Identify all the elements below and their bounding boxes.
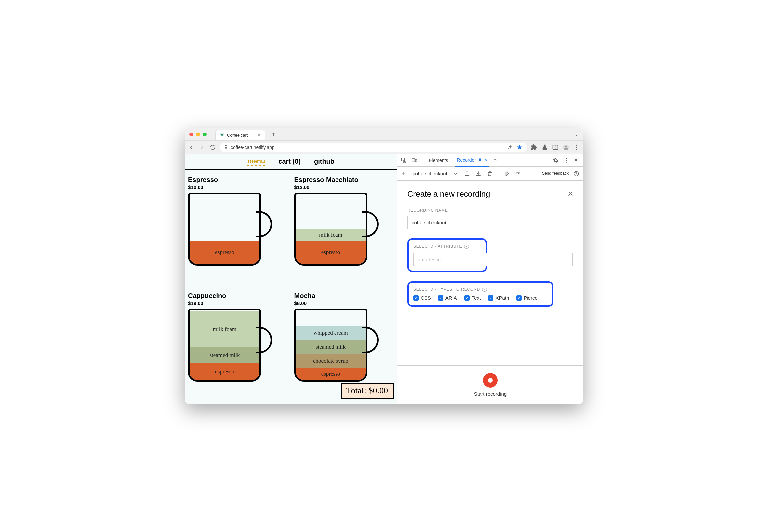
titlebar: Coffee cart ✕ + ⌄ <box>185 128 583 141</box>
checkbox-aria[interactable]: ✓ARIA <box>438 295 457 301</box>
item-price: $19.00 <box>188 300 288 306</box>
menu-grid: Espresso$10.00espressoEspresso Macchiato… <box>185 170 397 404</box>
item-name: Cappuccino <box>188 292 288 300</box>
chevron-down-icon[interactable] <box>453 171 459 177</box>
close-tab-icon[interactable]: ✕ <box>257 133 261 138</box>
menu-icon[interactable] <box>573 144 580 151</box>
cup-layer: espresso <box>190 241 259 264</box>
extensions-icon[interactable] <box>531 144 537 151</box>
cup-layer: chocolate syrup <box>296 354 366 368</box>
svg-rect-7 <box>412 158 415 162</box>
coffee-cup[interactable]: espresso <box>188 193 271 266</box>
browser-tab[interactable]: Coffee cart ✕ <box>215 130 265 140</box>
coffee-cup[interactable]: espressochocolate syrupsteamed milkwhipp… <box>294 309 377 382</box>
nav-github[interactable]: github <box>314 158 334 165</box>
checkbox-text[interactable]: ✓Text <box>464 295 481 301</box>
item-name: Espresso <box>188 176 288 184</box>
nav-menu[interactable]: menu <box>247 157 265 166</box>
inspect-icon[interactable] <box>401 157 407 163</box>
coffee-cup[interactable]: espressosteamed milkmilk foam <box>188 309 271 382</box>
speed-icon[interactable] <box>515 171 521 177</box>
url-text: coffee-cart.netlify.app <box>231 145 275 150</box>
cup-layer: steamed milk <box>190 347 259 363</box>
recorder-toolbar: + coffee checkout Send feedback <box>397 167 583 181</box>
tabs-chevron-icon[interactable]: ⌄ <box>575 132 579 137</box>
tab-title: Coffee cart <box>227 133 248 138</box>
start-recording-label: Start recording <box>474 391 507 397</box>
export-icon[interactable] <box>464 171 470 177</box>
flask-icon <box>478 157 482 163</box>
svg-point-10 <box>566 160 567 161</box>
recording-name-label: RECORDING NAME <box>407 208 573 213</box>
reload-button[interactable] <box>209 144 216 151</box>
menu-item[interactable]: Cappuccino$19.00espressosteamed milkmilk… <box>188 292 288 398</box>
svg-point-5 <box>576 149 577 150</box>
menu-item[interactable]: Mocha$8.00espressochocolate syrupsteamed… <box>294 292 394 398</box>
start-recording-button[interactable] <box>483 373 498 388</box>
coffee-cup[interactable]: espressomilk foam <box>294 193 377 266</box>
panel-title-row: Create a new recording ✕ <box>407 189 573 199</box>
more-tabs-icon[interactable]: » <box>494 157 499 163</box>
device-icon[interactable] <box>411 157 417 163</box>
add-recording-icon[interactable]: + <box>401 171 407 177</box>
svg-point-11 <box>566 161 567 162</box>
help-icon[interactable]: ? <box>464 244 469 249</box>
maximize-window-button[interactable] <box>203 133 207 136</box>
svg-rect-8 <box>415 159 417 162</box>
cup-layer: milk foam <box>296 229 366 241</box>
labs-icon[interactable] <box>541 144 548 151</box>
checkbox-css[interactable]: ✓CSS <box>413 295 431 301</box>
new-tab-button[interactable]: + <box>271 131 275 138</box>
import-icon[interactable] <box>475 171 481 177</box>
share-icon[interactable] <box>507 144 514 151</box>
back-button[interactable] <box>188 144 195 151</box>
svg-point-9 <box>566 158 567 159</box>
help-icon[interactable]: ? <box>482 287 487 292</box>
recording-name-input[interactable] <box>407 216 573 229</box>
help-icon[interactable] <box>573 171 579 177</box>
cup-layer: espresso <box>190 363 259 380</box>
menu-item[interactable]: Espresso Macchiato$12.00espressomilk foa… <box>294 176 394 282</box>
bookmark-star-icon[interactable] <box>516 144 523 151</box>
delete-icon[interactable] <box>487 171 493 177</box>
nav-cart[interactable]: cart (0) <box>278 158 301 165</box>
item-price: $12.00 <box>294 184 394 190</box>
checkbox-xpath[interactable]: ✓XPath <box>488 295 509 301</box>
close-devtools-icon[interactable]: ✕ <box>574 157 580 163</box>
recording-dropdown[interactable]: coffee checkout <box>413 171 447 176</box>
page-nav: menu cart (0) github <box>185 154 397 170</box>
lock-icon <box>224 145 228 150</box>
selector-types-row: ✓CSS ✓ARIA ✓Text ✓XPath ✓Pierce <box>413 295 547 301</box>
close-panel-icon[interactable]: ✕ <box>567 190 573 198</box>
minimize-window-button[interactable] <box>196 133 200 136</box>
cup-layer: whipped cream <box>296 326 366 340</box>
panel-icon[interactable] <box>552 144 559 151</box>
settings-icon[interactable] <box>553 157 559 163</box>
tab-recorder[interactable]: Recorder ✕ <box>455 154 489 167</box>
step-icon[interactable] <box>504 171 510 177</box>
tab-recorder-label: Recorder <box>457 157 476 163</box>
profile-icon[interactable] <box>563 144 569 151</box>
cup-layer: steamed milk <box>296 340 366 354</box>
kebab-icon[interactable] <box>563 157 569 163</box>
svg-rect-0 <box>553 145 558 149</box>
forward-button[interactable] <box>199 144 205 151</box>
selector-attribute-input[interactable] <box>413 253 573 266</box>
checkbox-pierce[interactable]: ✓Pierce <box>516 295 538 301</box>
recorder-footer: Start recording <box>397 365 583 404</box>
send-feedback-link[interactable]: Send feedback <box>542 171 569 176</box>
content: menu cart (0) github Espresso$10.00espre… <box>185 154 583 404</box>
selector-attribute-label: SELECTOR ATTRIBUTE ? <box>413 244 481 249</box>
item-price: $10.00 <box>188 184 288 190</box>
panel-title: Create a new recording <box>407 189 490 199</box>
total-box[interactable]: Total: $0.00 <box>341 383 394 399</box>
svg-point-3 <box>576 145 577 146</box>
tab-elements[interactable]: Elements <box>427 154 450 167</box>
address-bar[interactable]: coffee-cart.netlify.app <box>220 143 527 152</box>
close-window-button[interactable] <box>189 133 193 136</box>
close-recorder-icon[interactable]: ✕ <box>484 158 487 162</box>
svg-point-4 <box>576 147 577 148</box>
menu-item[interactable]: Espresso$10.00espresso <box>188 176 288 282</box>
cup-layer: milk foam <box>190 311 259 347</box>
item-name: Mocha <box>294 292 394 300</box>
